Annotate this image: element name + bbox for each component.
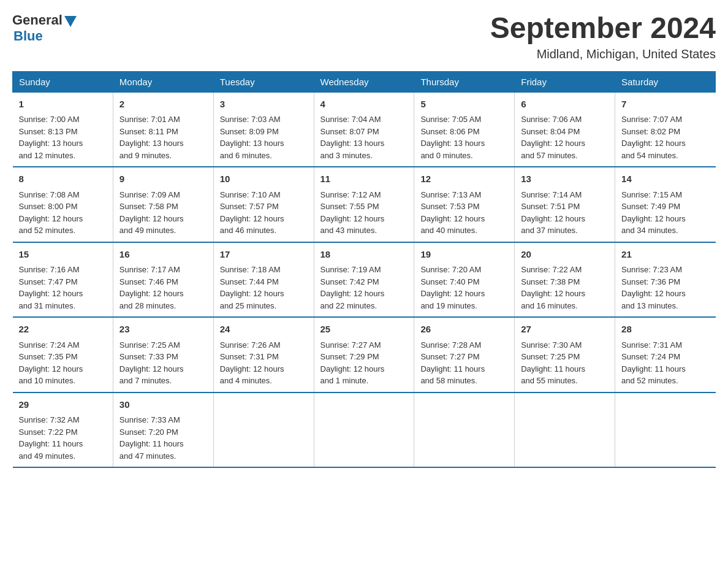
calendar-week-row: 8Sunrise: 7:08 AM Sunset: 8:00 PM Daylig… bbox=[13, 167, 716, 242]
day-number: 14 bbox=[621, 172, 709, 186]
day-info: Sunrise: 7:08 AM Sunset: 8:00 PM Dayligh… bbox=[19, 189, 107, 237]
calendar-cell: 4Sunrise: 7:04 AM Sunset: 8:07 PM Daylig… bbox=[314, 92, 414, 167]
calendar-cell: 12Sunrise: 7:13 AM Sunset: 7:53 PM Dayli… bbox=[414, 167, 515, 242]
calendar-cell: 18Sunrise: 7:19 AM Sunset: 7:42 PM Dayli… bbox=[314, 242, 414, 318]
page-header: General Blue September 2024 Midland, Mic… bbox=[12, 12, 716, 61]
day-number: 28 bbox=[621, 323, 709, 337]
day-number: 25 bbox=[320, 323, 408, 337]
day-number: 22 bbox=[19, 323, 107, 337]
calendar-cell: 14Sunrise: 7:15 AM Sunset: 7:49 PM Dayli… bbox=[615, 167, 716, 242]
day-number: 10 bbox=[220, 172, 308, 186]
calendar-cell: 8Sunrise: 7:08 AM Sunset: 8:00 PM Daylig… bbox=[13, 167, 113, 242]
calendar-cell: 15Sunrise: 7:16 AM Sunset: 7:47 PM Dayli… bbox=[13, 242, 113, 318]
day-info: Sunrise: 7:05 AM Sunset: 8:06 PM Dayligh… bbox=[420, 113, 508, 161]
header-day-thursday: Thursday bbox=[414, 71, 515, 92]
day-info: Sunrise: 7:13 AM Sunset: 7:53 PM Dayligh… bbox=[420, 189, 508, 237]
day-info: Sunrise: 7:03 AM Sunset: 8:09 PM Dayligh… bbox=[220, 113, 308, 161]
calendar-cell: 30Sunrise: 7:33 AM Sunset: 7:20 PM Dayli… bbox=[113, 393, 213, 468]
day-number: 8 bbox=[19, 172, 107, 186]
header-day-friday: Friday bbox=[515, 71, 615, 92]
day-info: Sunrise: 7:10 AM Sunset: 7:57 PM Dayligh… bbox=[220, 189, 308, 237]
calendar-week-row: 29Sunrise: 7:32 AM Sunset: 7:22 PM Dayli… bbox=[13, 393, 716, 468]
calendar-header-row: SundayMondayTuesdayWednesdayThursdayFrid… bbox=[13, 71, 716, 92]
day-number: 6 bbox=[521, 98, 609, 112]
calendar-cell: 28Sunrise: 7:31 AM Sunset: 7:24 PM Dayli… bbox=[615, 317, 716, 393]
calendar-cell bbox=[515, 393, 615, 468]
calendar-title: September 2024 bbox=[490, 12, 716, 45]
day-number: 2 bbox=[119, 98, 207, 112]
day-info: Sunrise: 7:26 AM Sunset: 7:31 PM Dayligh… bbox=[220, 339, 308, 387]
day-info: Sunrise: 7:33 AM Sunset: 7:20 PM Dayligh… bbox=[119, 414, 207, 462]
day-info: Sunrise: 7:14 AM Sunset: 7:51 PM Dayligh… bbox=[521, 189, 609, 237]
day-number: 12 bbox=[420, 172, 508, 186]
day-number: 7 bbox=[621, 98, 709, 112]
day-number: 4 bbox=[320, 98, 408, 112]
calendar-cell bbox=[314, 393, 414, 468]
day-info: Sunrise: 7:27 AM Sunset: 7:29 PM Dayligh… bbox=[320, 339, 408, 387]
calendar-week-row: 22Sunrise: 7:24 AM Sunset: 7:35 PM Dayli… bbox=[13, 317, 716, 393]
day-number: 13 bbox=[521, 172, 609, 186]
calendar-cell: 17Sunrise: 7:18 AM Sunset: 7:44 PM Dayli… bbox=[213, 242, 314, 318]
calendar-cell: 19Sunrise: 7:20 AM Sunset: 7:40 PM Dayli… bbox=[414, 242, 515, 318]
day-number: 16 bbox=[119, 248, 207, 262]
header-day-sunday: Sunday bbox=[13, 71, 113, 92]
header-day-tuesday: Tuesday bbox=[213, 71, 314, 92]
day-number: 29 bbox=[19, 398, 107, 412]
calendar-cell: 24Sunrise: 7:26 AM Sunset: 7:31 PM Dayli… bbox=[213, 317, 314, 393]
day-info: Sunrise: 7:25 AM Sunset: 7:33 PM Dayligh… bbox=[119, 339, 207, 387]
day-number: 20 bbox=[521, 248, 609, 262]
day-number: 15 bbox=[19, 248, 107, 262]
day-info: Sunrise: 7:18 AM Sunset: 7:44 PM Dayligh… bbox=[220, 264, 308, 312]
day-info: Sunrise: 7:20 AM Sunset: 7:40 PM Dayligh… bbox=[420, 264, 508, 312]
calendar-cell: 10Sunrise: 7:10 AM Sunset: 7:57 PM Dayli… bbox=[213, 167, 314, 242]
calendar-cell: 5Sunrise: 7:05 AM Sunset: 8:06 PM Daylig… bbox=[414, 92, 515, 167]
day-info: Sunrise: 7:31 AM Sunset: 7:24 PM Dayligh… bbox=[621, 339, 709, 387]
calendar-cell: 26Sunrise: 7:28 AM Sunset: 7:27 PM Dayli… bbox=[414, 317, 515, 393]
day-info: Sunrise: 7:22 AM Sunset: 7:38 PM Dayligh… bbox=[521, 264, 609, 312]
day-info: Sunrise: 7:04 AM Sunset: 8:07 PM Dayligh… bbox=[320, 113, 408, 161]
calendar-table: SundayMondayTuesdayWednesdayThursdayFrid… bbox=[12, 71, 716, 469]
title-section: September 2024 Midland, Michigan, United… bbox=[490, 12, 716, 61]
calendar-cell: 9Sunrise: 7:09 AM Sunset: 7:58 PM Daylig… bbox=[113, 167, 213, 242]
calendar-cell: 13Sunrise: 7:14 AM Sunset: 7:51 PM Dayli… bbox=[515, 167, 615, 242]
day-info: Sunrise: 7:16 AM Sunset: 7:47 PM Dayligh… bbox=[19, 264, 107, 312]
header-day-saturday: Saturday bbox=[615, 71, 716, 92]
day-info: Sunrise: 7:06 AM Sunset: 8:04 PM Dayligh… bbox=[521, 113, 609, 161]
calendar-week-row: 15Sunrise: 7:16 AM Sunset: 7:47 PM Dayli… bbox=[13, 242, 716, 318]
day-info: Sunrise: 7:12 AM Sunset: 7:55 PM Dayligh… bbox=[320, 189, 408, 237]
logo-triangle-icon bbox=[64, 16, 77, 27]
calendar-cell: 23Sunrise: 7:25 AM Sunset: 7:33 PM Dayli… bbox=[113, 317, 213, 393]
calendar-cell: 16Sunrise: 7:17 AM Sunset: 7:46 PM Dayli… bbox=[113, 242, 213, 318]
day-number: 19 bbox=[420, 248, 508, 262]
day-number: 30 bbox=[119, 398, 207, 412]
calendar-cell: 3Sunrise: 7:03 AM Sunset: 8:09 PM Daylig… bbox=[213, 92, 314, 167]
day-number: 23 bbox=[119, 323, 207, 337]
day-info: Sunrise: 7:32 AM Sunset: 7:22 PM Dayligh… bbox=[19, 414, 107, 462]
day-number: 18 bbox=[320, 248, 408, 262]
day-number: 21 bbox=[621, 248, 709, 262]
calendar-cell: 25Sunrise: 7:27 AM Sunset: 7:29 PM Dayli… bbox=[314, 317, 414, 393]
day-number: 9 bbox=[119, 172, 207, 186]
calendar-cell: 29Sunrise: 7:32 AM Sunset: 7:22 PM Dayli… bbox=[13, 393, 113, 468]
calendar-cell: 22Sunrise: 7:24 AM Sunset: 7:35 PM Dayli… bbox=[13, 317, 113, 393]
logo-blue: Blue bbox=[13, 28, 43, 44]
day-number: 24 bbox=[220, 323, 308, 337]
day-info: Sunrise: 7:17 AM Sunset: 7:46 PM Dayligh… bbox=[119, 264, 207, 312]
day-info: Sunrise: 7:28 AM Sunset: 7:27 PM Dayligh… bbox=[420, 339, 508, 387]
calendar-cell: 2Sunrise: 7:01 AM Sunset: 8:11 PM Daylig… bbox=[113, 92, 213, 167]
calendar-cell bbox=[615, 393, 716, 468]
day-number: 3 bbox=[220, 98, 308, 112]
calendar-week-row: 1Sunrise: 7:00 AM Sunset: 8:13 PM Daylig… bbox=[13, 92, 716, 167]
day-number: 5 bbox=[420, 98, 508, 112]
header-day-monday: Monday bbox=[113, 71, 213, 92]
day-info: Sunrise: 7:24 AM Sunset: 7:35 PM Dayligh… bbox=[19, 339, 107, 387]
header-day-wednesday: Wednesday bbox=[314, 71, 414, 92]
calendar-cell: 21Sunrise: 7:23 AM Sunset: 7:36 PM Dayli… bbox=[615, 242, 716, 318]
calendar-cell: 27Sunrise: 7:30 AM Sunset: 7:25 PM Dayli… bbox=[515, 317, 615, 393]
day-info: Sunrise: 7:30 AM Sunset: 7:25 PM Dayligh… bbox=[521, 339, 609, 387]
day-number: 27 bbox=[521, 323, 609, 337]
calendar-cell bbox=[414, 393, 515, 468]
calendar-cell: 20Sunrise: 7:22 AM Sunset: 7:38 PM Dayli… bbox=[515, 242, 615, 318]
logo-general: General bbox=[12, 12, 63, 28]
logo: General Blue bbox=[12, 12, 77, 44]
